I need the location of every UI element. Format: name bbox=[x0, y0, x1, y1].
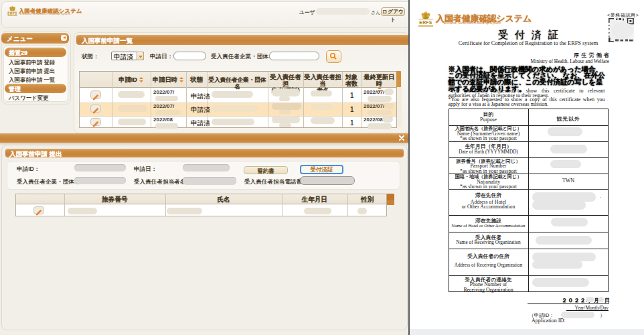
svg-text:ERFS: ERFS bbox=[419, 20, 432, 25]
